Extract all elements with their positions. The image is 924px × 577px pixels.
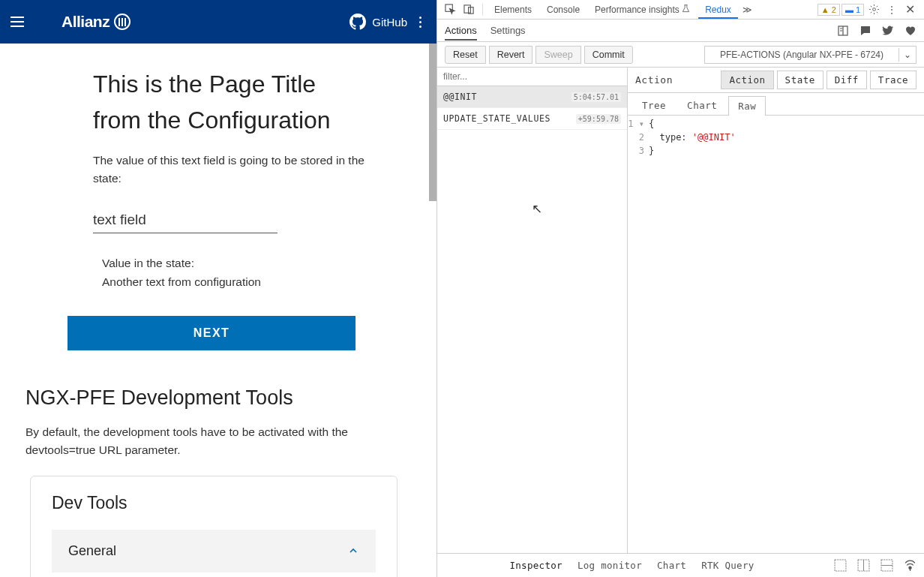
inspector-label: Action bbox=[635, 74, 673, 86]
device-toggle-icon[interactable] bbox=[460, 2, 478, 17]
inspect-element-icon[interactable] bbox=[442, 2, 459, 17]
more-tabs-icon[interactable]: ≫ bbox=[740, 5, 755, 15]
scrollbar-thumb[interactable] bbox=[429, 44, 436, 201]
redux-bottom-bar: Inspector Log monitor Chart RTK Query bbox=[437, 553, 924, 577]
chevron-up-icon bbox=[347, 545, 359, 557]
redux-tab-settings[interactable]: Settings bbox=[490, 20, 526, 41]
warnings-badge[interactable]: ▲2 bbox=[818, 4, 840, 16]
app-body: This is the Page Title from the Configur… bbox=[0, 44, 436, 577]
state-display: Value in the state: Another text from co… bbox=[102, 254, 369, 292]
line-gutter: 1 ▾23 bbox=[628, 117, 649, 553]
code-line: { bbox=[649, 117, 736, 131]
kebab-icon[interactable]: ⋮ bbox=[884, 2, 899, 17]
inspector-pane: Action Action State Diff Trace Tree Char… bbox=[628, 68, 924, 553]
tab-console[interactable]: Console bbox=[540, 1, 586, 19]
svg-rect-1 bbox=[464, 5, 470, 13]
chat-icon[interactable] bbox=[860, 25, 872, 37]
code-view: 1 ▾23 { type: '@@INIT' } bbox=[628, 116, 924, 553]
layout-icon-3[interactable] bbox=[880, 559, 893, 572]
bottom-rtk-query[interactable]: RTK Query bbox=[701, 560, 754, 571]
flask-icon bbox=[682, 5, 690, 13]
code-line: } bbox=[649, 144, 736, 158]
accordion-label: General bbox=[68, 543, 116, 559]
action-row[interactable]: UPDATE_STATE_VALUES+59:59.78 bbox=[437, 108, 627, 130]
github-link[interactable]: GitHub bbox=[350, 14, 407, 30]
redux-tab-bar: Actions Settings bbox=[437, 20, 924, 42]
panel-title: Dev Tools bbox=[52, 493, 376, 513]
action-time: 5:04:57.01 bbox=[572, 92, 621, 102]
tools-description: By default, the development tools have t… bbox=[26, 423, 369, 459]
view-chart[interactable]: Chart bbox=[677, 95, 727, 115]
close-icon[interactable]: ✕ bbox=[901, 2, 920, 17]
bottom-log-monitor[interactable]: Log monitor bbox=[578, 560, 642, 571]
layout-icon-2[interactable] bbox=[857, 559, 870, 572]
book-icon[interactable] bbox=[837, 25, 849, 37]
seg-trace[interactable]: Trace bbox=[870, 71, 916, 89]
logo-icon bbox=[114, 14, 130, 30]
code-line: type: '@@INIT' bbox=[649, 131, 736, 144]
settings-gear-icon[interactable] bbox=[866, 2, 883, 17]
view-tree[interactable]: Tree bbox=[632, 95, 676, 115]
instance-selector[interactable]: PFE-ACTIONS (Angular NX-PFE - 6724) ⌄ bbox=[704, 46, 916, 64]
menu-icon[interactable] bbox=[10, 17, 32, 27]
state-label: Value in the state: bbox=[102, 254, 369, 273]
tab-performance-insights[interactable]: Performance insights bbox=[588, 1, 697, 19]
kebab-menu-icon[interactable] bbox=[415, 12, 426, 32]
issues-badge[interactable]: ▬1 bbox=[842, 4, 864, 16]
github-label: GitHub bbox=[372, 16, 407, 29]
devtools-top-bar: Elements Console Performance insights Re… bbox=[437, 0, 924, 20]
reset-button[interactable]: Reset bbox=[445, 46, 486, 64]
layout-icon-1[interactable] bbox=[834, 559, 847, 572]
action-list: @@INIT5:04:57.01UPDATE_STATE_VALUES+59:5… bbox=[437, 68, 628, 553]
seg-diff[interactable]: Diff bbox=[826, 71, 867, 89]
tools-title: NGX-PFE Development Tools bbox=[26, 386, 369, 410]
svg-rect-5 bbox=[835, 560, 846, 571]
allianz-logo: Allianz bbox=[62, 13, 130, 31]
tab-redux[interactable]: Redux bbox=[698, 1, 738, 19]
action-name: UPDATE_STATE_VALUES bbox=[443, 113, 550, 124]
app-header: Allianz GitHub bbox=[0, 0, 436, 44]
chrome-devtools: Elements Console Performance insights Re… bbox=[436, 0, 924, 577]
seg-state[interactable]: State bbox=[777, 71, 824, 89]
dev-tools-panel: Dev Tools General State Storage bbox=[30, 476, 398, 577]
heart-icon[interactable] bbox=[904, 25, 916, 37]
bottom-inspector[interactable]: Inspector bbox=[509, 560, 562, 571]
chevron-down-icon: ⌄ bbox=[898, 48, 916, 62]
text-field-input[interactable] bbox=[93, 207, 278, 233]
instance-name: PFE-ACTIONS (Angular NX-PFE - 6724) bbox=[705, 47, 898, 63]
action-name: @@INIT bbox=[443, 92, 477, 102]
page-title: This is the Page Title from the Configur… bbox=[93, 66, 369, 138]
tab-elements[interactable]: Elements bbox=[488, 1, 538, 19]
filter-input[interactable] bbox=[437, 68, 627, 86]
bottom-chart[interactable]: Chart bbox=[657, 560, 686, 571]
github-icon bbox=[350, 14, 366, 30]
redux-toolbar: Reset Revert Sweep Commit PFE-ACTIONS (A… bbox=[437, 42, 924, 68]
view-raw[interactable]: Raw bbox=[728, 96, 766, 116]
commit-button[interactable]: Commit bbox=[584, 46, 633, 64]
broadcast-icon[interactable] bbox=[904, 559, 916, 572]
field-description: The value of this text field is going to… bbox=[93, 152, 369, 188]
svg-point-3 bbox=[873, 8, 876, 11]
next-button[interactable]: NEXT bbox=[68, 316, 356, 350]
logo-text: Allianz bbox=[62, 13, 110, 31]
sweep-button[interactable]: Sweep bbox=[536, 46, 580, 64]
twitter-icon[interactable] bbox=[882, 25, 894, 37]
action-time: +59:59.78 bbox=[576, 114, 621, 124]
revert-button[interactable]: Revert bbox=[489, 46, 533, 64]
seg-action[interactable]: Action bbox=[721, 71, 773, 89]
redux-tab-actions[interactable]: Actions bbox=[445, 20, 477, 41]
action-row[interactable]: @@INIT5:04:57.01 bbox=[437, 86, 627, 108]
state-extra: Another text from configuration bbox=[102, 273, 369, 292]
accordion-general[interactable]: General bbox=[52, 530, 376, 572]
